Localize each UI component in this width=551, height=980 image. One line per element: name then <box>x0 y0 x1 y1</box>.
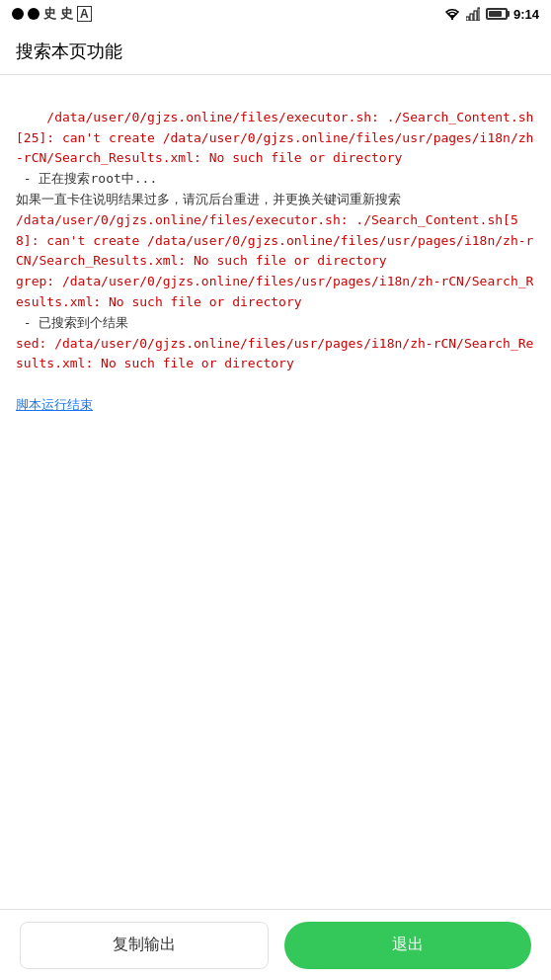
copy-button[interactable]: 复制输出 <box>20 922 269 969</box>
exit-button[interactable]: 退出 <box>284 922 531 969</box>
bottom-bar: 复制输出 退出 <box>0 909 551 980</box>
battery-icon <box>486 8 508 20</box>
svg-rect-3 <box>474 11 477 21</box>
status-icon-3: A <box>77 6 92 22</box>
status-bar-right: 9:14 <box>444 7 539 22</box>
status-bar: 史 史 A 9:14 <box>0 0 551 28</box>
output-line-6: - 已搜索到个结果 <box>16 315 128 330</box>
status-dot-2 <box>28 8 39 20</box>
app-header: 搜索本页功能 <box>0 28 551 75</box>
status-dot-1 <box>12 8 24 20</box>
status-bar-left: 史 史 A <box>12 5 92 23</box>
svg-point-0 <box>451 18 453 20</box>
output-content: /data/user/0/gjzs.online/files/executor.… <box>0 75 551 909</box>
output-text: /data/user/0/gjzs.online/files/executor.… <box>16 87 535 437</box>
script-end-link[interactable]: 脚本运行结束 <box>16 397 93 412</box>
status-icon-1: 史 <box>43 5 56 23</box>
svg-rect-4 <box>478 8 480 21</box>
svg-rect-2 <box>470 14 473 21</box>
svg-rect-1 <box>466 17 469 21</box>
page-title: 搜索本页功能 <box>16 40 122 63</box>
status-icon-2: 史 <box>60 5 73 23</box>
output-line-2: - 正在搜索root中... <box>16 171 157 186</box>
signal-icon <box>466 7 480 21</box>
time-display: 9:14 <box>513 7 539 22</box>
wifi-icon <box>444 7 460 21</box>
output-line-3: 如果一直卡住说明结果过多，请沉后台重进，并更换关键词重新搜索 <box>16 192 401 206</box>
output-line-1: /data/user/0/gjzs.online/files/executor.… <box>16 110 533 166</box>
output-line-5: grep: /data/user/0/gjzs.online/files/usr… <box>16 274 533 309</box>
output-line-4: /data/user/0/gjzs.online/files/executor.… <box>16 212 533 269</box>
output-line-7: sed: /data/user/0/gjzs.online/files/usr/… <box>16 336 533 371</box>
